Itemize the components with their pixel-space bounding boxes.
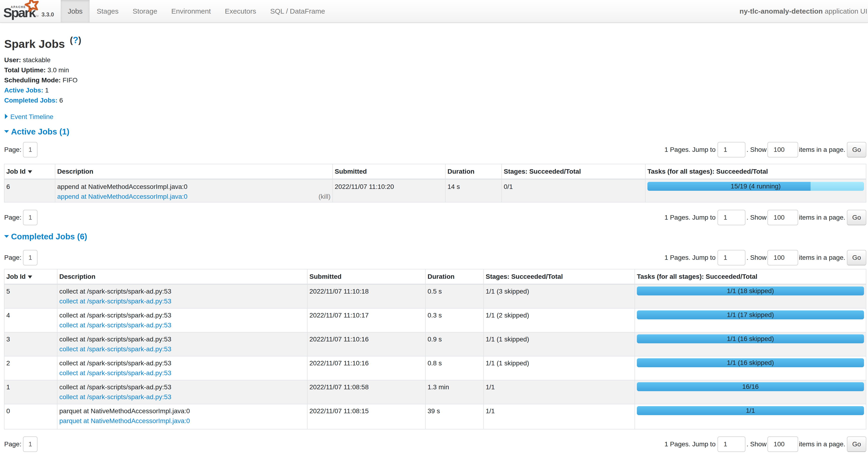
svg-text:TM: TM: [35, 15, 38, 17]
svg-text:Spark: Spark: [3, 5, 36, 20]
